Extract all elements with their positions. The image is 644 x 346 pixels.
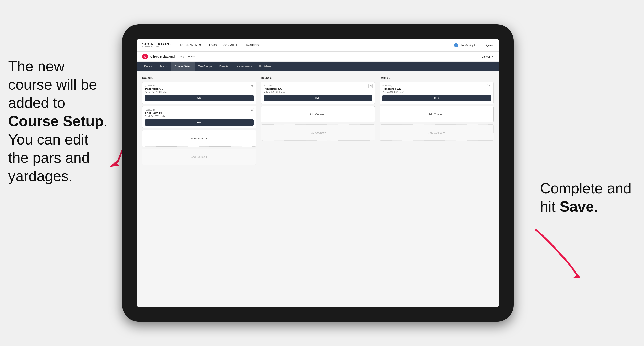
- scoreboard-title: SCOREBOARD: [142, 42, 171, 46]
- delete-icon-b: ⊟: [251, 109, 253, 112]
- round-2-course-a-label: (Course A): [264, 84, 372, 87]
- round-2-add-course-active[interactable]: Add Course +: [261, 106, 375, 122]
- nav-links: TOURNAMENTS TEAMS COMMITTEE RANKINGS: [180, 43, 261, 47]
- annotation-line3: added to: [8, 95, 65, 111]
- nav-tournaments[interactable]: TOURNAMENTS: [180, 43, 201, 47]
- delete-icon: ⊟: [251, 85, 253, 88]
- round-1-course-a-edit-button[interactable]: Edit: [145, 95, 254, 101]
- nav-separator: |: [481, 44, 481, 47]
- tablet-shell: SCOREBOARD Powered by clippd TOURNAMENTS…: [122, 24, 514, 322]
- round-3-course-a-card: ⊟ (Course A) Peachtree GC Yellow (M) (66…: [380, 82, 494, 104]
- main-content: Round 1 ⊟ (Course A) Peachtree GC Yellow…: [136, 71, 499, 307]
- round-1-course-b-card: ⊟ (Course B) East Lake GC Black (M) (689…: [142, 106, 256, 128]
- round-2-add-course-disabled: Add Course +: [261, 124, 375, 141]
- round-3-course-a-delete[interactable]: ⊟: [487, 84, 491, 88]
- round-2-add-course-disabled-text: Add Course +: [310, 131, 326, 134]
- round-1-course-a-card: ⊟ (Course A) Peachtree GC Yellow (M) (66…: [142, 82, 256, 104]
- round-3-add-course-active-text: Add Course +: [428, 113, 445, 116]
- round-1-course-a-label: (Course A): [145, 84, 254, 87]
- cancel-button[interactable]: Cancel ✕: [482, 55, 494, 58]
- nav-brand: SCOREBOARD Powered by clippd TOURNAMENTS…: [142, 42, 261, 48]
- nav-right: blair@clippd.io | Sign out: [454, 43, 494, 47]
- tab-course-setup[interactable]: Course Setup: [171, 62, 195, 71]
- nav-committee[interactable]: COMMITTEE: [223, 43, 240, 47]
- round-1-course-b-label: (Course B): [145, 109, 254, 111]
- cancel-x-icon: ✕: [491, 55, 494, 58]
- tab-leaderboards[interactable]: Leaderboards: [232, 62, 256, 71]
- tab-teams[interactable]: Teams: [156, 62, 171, 71]
- tab-details[interactable]: Details: [140, 62, 156, 71]
- round-1-course-a-detail: Yellow (M) (6629 yds): [145, 91, 254, 93]
- round-3-course-a-label: (Course A): [382, 84, 491, 87]
- round-1-add-course-disabled-text: Add Course +: [191, 155, 207, 158]
- delete-icon-r3a: ⊟: [488, 85, 490, 88]
- tab-results[interactable]: Results: [216, 62, 232, 71]
- round-3-column: Round 3 ⊟ (Course A) Peachtree GC Yellow…: [380, 76, 494, 167]
- round-1-course-a-delete[interactable]: ⊟: [250, 84, 254, 88]
- user-email: blair@clippd.io: [462, 44, 478, 47]
- annotation-line6: the pars and: [8, 150, 90, 166]
- round-3-course-a-detail: Yellow (M) (6629 yds): [382, 91, 491, 93]
- round-2-add-course-active-text: Add Course +: [310, 113, 326, 116]
- scoreboard-logo: SCOREBOARD Powered by clippd: [142, 42, 171, 48]
- round-2-header: Round 2: [261, 76, 375, 79]
- tournament-bar: C Clippd Invitational (Men) Hosting Canc…: [136, 52, 499, 62]
- tournament-logo: C: [142, 54, 148, 59]
- annotation-right-line2: hit Save.: [540, 198, 598, 215]
- round-1-course-b-name: East Lake GC: [145, 111, 254, 115]
- round-1-course-b-delete[interactable]: ⊟: [250, 108, 254, 112]
- tournament-gender: (Men): [178, 55, 184, 58]
- tab-printables[interactable]: Printables: [256, 62, 275, 71]
- tournament-info: C Clippd Invitational (Men) Hosting: [142, 54, 196, 59]
- svg-marker-0: [110, 162, 119, 167]
- round-1-header: Round 1: [142, 76, 256, 79]
- round-2-course-a-detail: Yellow (M) (6629 yds): [264, 91, 372, 93]
- arrow-right: [520, 224, 589, 281]
- annotation-right: Complete and hit Save.: [540, 179, 634, 216]
- round-3-header: Round 3: [380, 76, 494, 79]
- tournament-hosting: Hosting: [188, 55, 196, 58]
- annotation-right-line1: Complete and: [540, 180, 631, 196]
- delete-icon-r2a: ⊟: [370, 85, 372, 88]
- annotation-line5: You can edit: [8, 131, 88, 148]
- scoreboard-sub: Powered by clippd: [142, 46, 171, 48]
- round-3-course-a-edit-button[interactable]: Edit: [382, 95, 491, 101]
- user-avatar: [454, 43, 458, 47]
- tournament-name: Clippd Invitational: [150, 55, 175, 58]
- round-1-column: Round 1 ⊟ (Course A) Peachtree GC Yellow…: [142, 76, 256, 167]
- nav-teams[interactable]: TEAMS: [207, 43, 217, 47]
- round-2-column: Round 2 ⊟ (Course A) Peachtree GC Yellow…: [261, 76, 375, 167]
- round-1-course-b-edit-button[interactable]: Edit: [145, 120, 254, 126]
- annotation-line2: course will be: [8, 76, 97, 93]
- round-2-course-a-name: Peachtree GC: [264, 87, 372, 90]
- rounds-grid: Round 1 ⊟ (Course A) Peachtree GC Yellow…: [142, 76, 494, 167]
- annotation-line7: yardages.: [8, 168, 72, 184]
- annotation-line1: The new: [8, 58, 64, 74]
- round-3-course-a-name: Peachtree GC: [382, 87, 491, 90]
- round-1-add-course-active[interactable]: Add Course +: [142, 130, 256, 147]
- round-1-add-course-active-text: Add Course +: [191, 137, 207, 140]
- round-1-course-a-name: Peachtree GC: [145, 87, 254, 90]
- tablet-screen: SCOREBOARD Powered by clippd TOURNAMENTS…: [136, 39, 499, 307]
- round-1-course-b-detail: Black (M) (6891 yds): [145, 115, 254, 117]
- round-1-add-course-disabled: Add Course +: [142, 149, 256, 165]
- round-2-course-a-edit-button[interactable]: Edit: [264, 95, 372, 101]
- round-2-course-a-card: ⊟ (Course A) Peachtree GC Yellow (M) (66…: [261, 82, 375, 104]
- round-2-course-a-delete[interactable]: ⊟: [368, 84, 372, 88]
- round-3-add-course-disabled: Add Course +: [380, 124, 494, 141]
- top-nav: SCOREBOARD Powered by clippd TOURNAMENTS…: [136, 39, 499, 52]
- round-3-add-course-disabled-text: Add Course +: [428, 131, 445, 134]
- sign-out-link[interactable]: Sign out: [485, 44, 494, 47]
- tab-tee-groups[interactable]: Tee Groups: [195, 62, 216, 71]
- sub-nav: Details Teams Course Setup Tee Groups Re…: [136, 62, 499, 71]
- round-3-add-course-active[interactable]: Add Course +: [380, 106, 494, 122]
- nav-rankings[interactable]: RANKINGS: [246, 43, 260, 47]
- annotation-course-setup: Course Setup: [8, 113, 104, 129]
